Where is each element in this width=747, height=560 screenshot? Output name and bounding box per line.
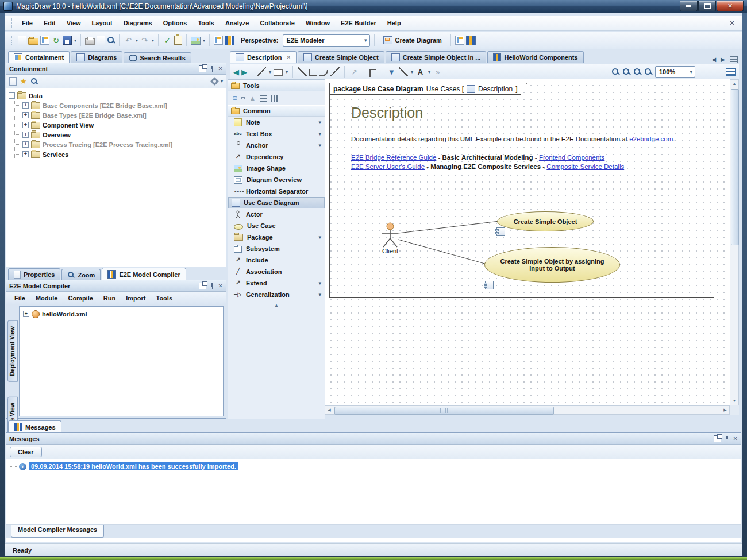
compiler-menu-tools[interactable]: Tools: [151, 293, 177, 303]
search-icon[interactable]: [30, 78, 38, 85]
tab-description[interactable]: Description ✕: [230, 51, 297, 63]
message-entry[interactable]: i 09.09.2014 15:58:19 helloWorld.xml has…: [10, 462, 737, 470]
save-dropdown-icon[interactable]: ▾: [74, 38, 76, 43]
palette-section-tools[interactable]: Tools: [228, 80, 325, 91]
tree-row[interactable]: + Base Types [E2E Bridge Base.xml]: [15, 110, 225, 120]
tab-create-simple-object[interactable]: Create Simple Object: [298, 51, 384, 63]
palette-item-subsystem[interactable]: Subsystem: [228, 243, 325, 254]
expand-icon[interactable]: +: [22, 132, 29, 138]
scroll-up-icon[interactable]: ▲: [730, 80, 738, 88]
tab-containment[interactable]: Containment: [8, 51, 70, 63]
palette-item-association[interactable]: ╱ Association: [228, 266, 325, 277]
close-panel-icon[interactable]: ✕: [218, 283, 223, 289]
palette-section-common[interactable]: Common: [228, 105, 325, 117]
menu-diagrams[interactable]: Diagrams: [118, 17, 157, 29]
palette-item-use-case[interactable]: Use Case: [228, 220, 325, 231]
align-tool-icon[interactable]: [260, 95, 267, 102]
fill-color-icon[interactable]: ▼: [387, 67, 396, 77]
export-image-icon[interactable]: [191, 37, 201, 45]
new-project-icon[interactable]: [18, 36, 26, 45]
dependency-matrix-icon[interactable]: [455, 36, 464, 45]
tree-row[interactable]: + Base Components [E2E Bridge Base.xml]: [15, 101, 225, 110]
chevron-down-icon[interactable]: ▾: [318, 234, 321, 240]
expand-icon[interactable]: +: [22, 141, 29, 148]
print-icon[interactable]: [85, 38, 95, 45]
scroll-right-icon[interactable]: ▶: [721, 406, 729, 414]
pin-panel-icon[interactable]: [209, 283, 215, 289]
shape-tool-dropdown-icon[interactable]: ▾: [269, 69, 271, 75]
model-transform-icon[interactable]: [466, 36, 476, 45]
palette-item-image-shape[interactable]: Image Shape: [228, 163, 325, 174]
menu-e2e-builder[interactable]: E2E Builder: [336, 17, 382, 29]
undo-dropdown-icon[interactable]: ▾: [136, 38, 138, 43]
favorites-icon[interactable]: ★: [20, 78, 27, 86]
tab-zoom[interactable]: Zoom: [61, 269, 101, 280]
actor-client[interactable]: [379, 222, 402, 248]
line-color-dropdown-icon[interactable]: ▾: [411, 69, 413, 75]
save-icon[interactable]: [63, 36, 72, 45]
numbering-icon[interactable]: [214, 36, 223, 45]
menu-tools[interactable]: Tools: [192, 17, 220, 29]
server-users-guide-link[interactable]: E2E Server User's Guide: [351, 163, 425, 170]
zoom-level-select[interactable]: 100% ▾: [655, 66, 695, 78]
menu-help[interactable]: Help: [382, 17, 406, 29]
tree-row-helloworld[interactable]: + helloWorld.xml: [22, 309, 221, 319]
rect-tool-icon[interactable]: [274, 69, 283, 76]
tab-deployment-view[interactable]: Deployment View: [7, 320, 18, 382]
curve-tool-icon[interactable]: [319, 70, 328, 76]
title-bar[interactable]: MagicDraw 18.0 - helloWorld.xml [C:\E2E …: [0, 0, 747, 13]
line-color-icon[interactable]: [399, 67, 408, 76]
tree-row[interactable]: + Component View: [15, 120, 225, 130]
compiler-menu-compile[interactable]: Compile: [63, 293, 97, 303]
font-dropdown-icon[interactable]: ▾: [428, 69, 430, 75]
zoom-out-icon[interactable]: [622, 68, 630, 76]
collapse-icon[interactable]: −: [9, 92, 15, 99]
tab-model-compiler-messages[interactable]: Model Compiler Messages: [11, 525, 104, 538]
tab-create-simple-object-in[interactable]: Create Simple Object In ...: [386, 51, 487, 63]
pin-panel-icon[interactable]: [209, 66, 215, 72]
menu-layout[interactable]: Layout: [87, 17, 118, 29]
tab-list-icon[interactable]: [730, 56, 738, 63]
vertical-scroll-thumb[interactable]: [731, 89, 739, 245]
print-zoom-icon[interactable]: [107, 36, 115, 44]
tree-row[interactable]: + Services: [15, 149, 225, 159]
close-panel-icon[interactable]: ✕: [218, 65, 223, 72]
e2e-elements-icon[interactable]: [225, 36, 234, 45]
diagram-canvas[interactable]: package Use Case Diagram Use Cases [ Des…: [325, 79, 730, 405]
horizontal-scroll-thumb[interactable]: [334, 407, 554, 415]
menu-options[interactable]: Options: [158, 17, 192, 29]
close-panel-icon[interactable]: ✕: [733, 435, 738, 442]
palette-item-dependency[interactable]: ↗ Dependency: [228, 151, 325, 163]
expand-icon[interactable]: +: [23, 311, 29, 317]
maximize-button[interactable]: [698, 1, 716, 11]
menu-file[interactable]: File: [17, 17, 38, 29]
palette-item-horizontal-separator[interactable]: ---- Horizontal Separator: [228, 186, 325, 197]
palette-item-package[interactable]: Package ▾: [228, 231, 325, 243]
font-tool-icon[interactable]: A: [415, 67, 425, 77]
palette-item-include[interactable]: ↗ Include: [228, 254, 325, 266]
palette-item-generalization[interactable]: ─▷ Generalization ▾: [228, 289, 325, 300]
chevron-down-icon[interactable]: ▾: [318, 131, 321, 137]
select-tool-icon[interactable]: [233, 96, 237, 100]
distribute-tool-icon[interactable]: [271, 95, 278, 102]
validate-icon[interactable]: ✓: [163, 36, 172, 45]
compiler-menu-module[interactable]: Module: [31, 293, 63, 303]
zoom-in-icon[interactable]: [611, 68, 619, 76]
vertical-scrollbar[interactable]: ▲ ▼: [730, 79, 739, 405]
horizontal-scrollbar[interactable]: ◀ ▶: [325, 405, 730, 415]
tab-messages[interactable]: Messages: [8, 420, 61, 433]
reference-guide-link[interactable]: E2E Bridge Reference Guide: [351, 154, 436, 161]
minimize-button[interactable]: [680, 1, 698, 11]
tree-row[interactable]: + Process Tracing [E2E Process Tracing.x…: [15, 140, 225, 149]
tree-row-data[interactable]: − Data: [7, 91, 225, 101]
composite-service-details-link[interactable]: Composite Service Details: [546, 163, 624, 170]
elbow-line-tool-icon[interactable]: [309, 69, 317, 76]
toolbar-overflow-icon[interactable]: »: [433, 67, 442, 77]
float-panel-icon[interactable]: [714, 435, 721, 442]
menu-window[interactable]: Window: [301, 17, 335, 29]
gear-dropdown-icon[interactable]: ▾: [221, 79, 223, 84]
teamwork-icon[interactable]: [40, 36, 49, 45]
compiler-menu-run[interactable]: Run: [99, 293, 120, 303]
image-dropdown-icon[interactable]: ▾: [203, 38, 205, 43]
rect-tool-dropdown-icon[interactable]: ▾: [286, 69, 288, 75]
